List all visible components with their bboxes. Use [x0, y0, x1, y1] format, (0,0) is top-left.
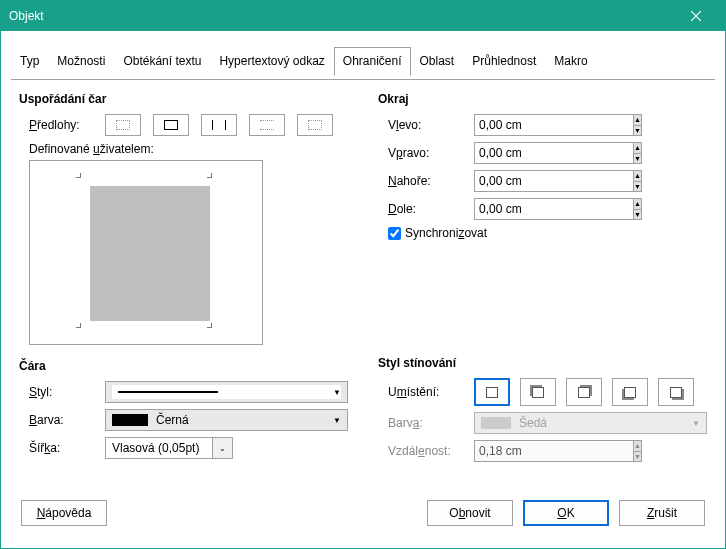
spinner-down: ▼ — [634, 451, 642, 463]
section-line-arrangement: Uspořádání čar — [19, 92, 348, 106]
section-margin: Okraj — [378, 92, 707, 106]
margin-bottom-label: Dole: — [378, 202, 468, 216]
spinner-down[interactable]: ▼ — [634, 209, 642, 221]
width-value: Vlasová (0,05pt) — [106, 441, 212, 455]
spinner-down[interactable]: ▼ — [634, 153, 642, 165]
section-line: Čára — [19, 359, 348, 373]
preview-rect-icon — [90, 186, 210, 321]
line-style-dropdown[interactable]: ▼ — [105, 381, 348, 403]
margin-right-label: Vpravo: — [378, 146, 468, 160]
chevron-down-icon: ⌄ — [219, 444, 226, 453]
shadow-pos-row: Umístění: — [378, 378, 707, 406]
spinner-up: ▲ — [634, 440, 642, 451]
shadow-dist-input — [474, 440, 634, 462]
footer: Nápověda Obnovit OK Zrušit — [11, 488, 715, 538]
margin-top-label: Nahoře: — [378, 174, 468, 188]
dialog-window: Objekt Typ Možnosti Obtékání textu Hyper… — [0, 0, 726, 549]
sync-row: Synchronizovat — [378, 226, 707, 240]
line-style-icon — [118, 391, 218, 393]
tab-hyper[interactable]: Hypertextový odkaz — [210, 47, 333, 76]
close-button[interactable] — [675, 2, 717, 30]
tab-typ[interactable]: Typ — [11, 47, 48, 76]
sync-label: Synchronizovat — [405, 226, 487, 240]
shadow-dist-spinner: ▲▼ — [474, 440, 582, 462]
spinner-down[interactable]: ▼ — [634, 181, 642, 193]
shadow-color-dropdown: Šedá ▼ — [474, 412, 707, 434]
style-label: Styl: — [19, 385, 99, 399]
content-area: Typ Možnosti Obtékání textu Hypertextový… — [1, 31, 725, 548]
width-row: Šířka: Vlasová (0,05pt) ⌄ — [19, 437, 348, 459]
shadow-color-row: Barva: Šedá ▼ — [378, 412, 707, 434]
preset-topbottom[interactable] — [249, 114, 285, 136]
chevron-down-icon: ▼ — [333, 416, 341, 425]
margin-bottom-row: Dole: ▲▼ — [378, 198, 707, 220]
right-column: Okraj Vlevo: ▲▼ Vpravo: ▲▼ N — [378, 92, 707, 480]
shadow-dist-row: Vzdálenost: ▲▼ — [378, 440, 707, 462]
tab-content: Uspořádání čar Předlohy: Definované uživ… — [11, 79, 715, 488]
margin-top-input[interactable] — [474, 170, 634, 192]
userdef-label: Definované uživatelem: — [19, 142, 348, 156]
color-row: Barva: Černá ▼ — [19, 409, 348, 431]
color-value: Černá — [156, 413, 189, 427]
tab-makro[interactable]: Makro — [545, 47, 596, 76]
preset-leftright[interactable] — [201, 114, 237, 136]
titlebar: Objekt — [1, 1, 725, 31]
tab-ohraniceni[interactable]: Ohraničení — [334, 47, 411, 76]
margin-left-spinner[interactable]: ▲▼ — [474, 114, 582, 136]
margin-left-row: Vlevo: ▲▼ — [378, 114, 707, 136]
spinner-up[interactable]: ▲ — [634, 114, 642, 125]
spinner-up[interactable]: ▲ — [634, 198, 642, 209]
spinner-up[interactable]: ▲ — [634, 142, 642, 153]
tab-oblast[interactable]: Oblast — [411, 47, 464, 76]
presets-label: Předlohy: — [19, 118, 99, 132]
shadow-bottomleft[interactable] — [612, 378, 648, 406]
border-preview[interactable] — [29, 160, 263, 345]
margin-right-row: Vpravo: ▲▼ — [378, 142, 707, 164]
tab-obtekani[interactable]: Obtékání textu — [114, 47, 210, 76]
close-icon — [691, 11, 701, 21]
sync-checkbox[interactable] — [388, 227, 401, 240]
shadow-bottomright[interactable] — [658, 378, 694, 406]
margin-left-label: Vlevo: — [378, 118, 468, 132]
width-label: Šířka: — [19, 441, 99, 455]
help-button[interactable]: Nápověda — [21, 500, 107, 526]
margin-right-input[interactable] — [474, 142, 634, 164]
tab-pruhlednost[interactable]: Průhlednost — [463, 47, 545, 76]
style-row: Styl: ▼ — [19, 381, 348, 403]
section-shadow: Styl stínování — [378, 356, 707, 370]
tab-moznosti[interactable]: Možnosti — [48, 47, 114, 76]
margin-bottom-spinner[interactable]: ▲▼ — [474, 198, 582, 220]
shadow-pos-label: Umístění: — [378, 385, 468, 399]
shadow-color-value: Šedá — [519, 416, 547, 430]
preset-outer[interactable] — [297, 114, 333, 136]
line-width-dropdown[interactable]: Vlasová (0,05pt) ⌄ — [105, 437, 233, 459]
line-color-dropdown[interactable]: Černá ▼ — [105, 409, 348, 431]
preset-none[interactable] — [105, 114, 141, 136]
color-swatch-gray-icon — [481, 417, 511, 429]
window-title: Objekt — [9, 9, 675, 23]
preset-box[interactable] — [153, 114, 189, 136]
color-label: Barva: — [19, 413, 99, 427]
tab-bar: Typ Možnosti Obtékání textu Hypertextový… — [11, 47, 715, 76]
chevron-down-icon: ▼ — [333, 388, 341, 397]
color-swatch-black-icon — [112, 414, 148, 426]
presets-row: Předlohy: — [19, 114, 348, 136]
shadow-topright[interactable] — [566, 378, 602, 406]
margin-bottom-input[interactable] — [474, 198, 634, 220]
shadow-dist-label: Vzdálenost: — [378, 444, 468, 458]
spinner-up[interactable]: ▲ — [634, 170, 642, 181]
ok-button[interactable]: OK — [523, 500, 609, 526]
refresh-button[interactable]: Obnovit — [427, 500, 513, 526]
margin-left-input[interactable] — [474, 114, 634, 136]
left-column: Uspořádání čar Předlohy: Definované uživ… — [19, 92, 348, 480]
chevron-down-icon: ▼ — [692, 419, 700, 428]
margin-top-spinner[interactable]: ▲▼ — [474, 170, 582, 192]
shadow-color-label: Barva: — [378, 416, 468, 430]
margin-top-row: Nahoře: ▲▼ — [378, 170, 707, 192]
shadow-none[interactable] — [474, 378, 510, 406]
cancel-button[interactable]: Zrušit — [619, 500, 705, 526]
spinner-down[interactable]: ▼ — [634, 125, 642, 137]
shadow-topleft[interactable] — [520, 378, 556, 406]
margin-right-spinner[interactable]: ▲▼ — [474, 142, 582, 164]
